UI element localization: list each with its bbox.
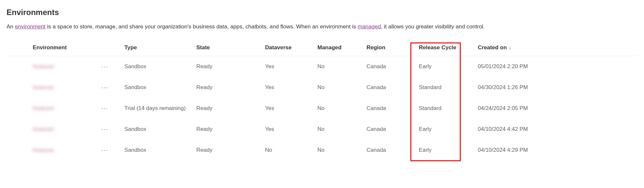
cell-region: Canada: [367, 84, 419, 91]
managed-link[interactable]: managed: [358, 24, 381, 30]
col-header-managed[interactable]: Managed: [317, 44, 367, 51]
cell-release-cycle: Standard: [419, 84, 468, 91]
col-header-state[interactable]: State: [196, 44, 265, 51]
cell-state: Ready: [196, 147, 265, 153]
cell-managed: No: [317, 63, 367, 70]
cell-state: Ready: [196, 84, 265, 91]
cell-created-on: 04/24/2024 2:05 PM: [468, 105, 543, 112]
cell-type: Sandbox: [124, 63, 196, 70]
cell-created-on: 04/30/2024 1:26 PM: [468, 84, 543, 91]
environment-name-redacted: Redacted: [33, 85, 54, 90]
cell-type: Sandbox: [124, 147, 196, 153]
cell-region: Canada: [367, 126, 419, 133]
cell-dataverse: Yes: [265, 63, 317, 70]
cell-created-on: 05/01/2024 2:20 PM: [468, 63, 543, 70]
col-header-created-on[interactable]: Created on↓: [468, 44, 543, 51]
sort-descending-icon: ↓: [509, 45, 511, 50]
col-header-type[interactable]: Type: [124, 44, 196, 51]
cell-dataverse: No: [265, 147, 317, 153]
environment-name-redacted: Redacted: [33, 105, 54, 111]
cell-dataverse: Yes: [265, 105, 317, 112]
environment-name-redacted: Redacted: [33, 147, 54, 153]
desc-middle: is a space to store, manage, and share y…: [45, 24, 358, 30]
cell-release-cycle: Early: [419, 63, 468, 70]
environment-name[interactable]: Redacted: [26, 105, 101, 112]
cell-region: Canada: [367, 105, 419, 112]
table-row[interactable]: Redacted···Trial (14 days remaining)Read…: [7, 98, 637, 119]
cell-release-cycle: Early: [419, 126, 468, 133]
cell-created-on: 04/10/2024 4:42 PM: [468, 126, 543, 133]
cell-managed: No: [317, 105, 367, 112]
cell-release-cycle: Early: [419, 147, 468, 153]
cell-managed: No: [317, 126, 367, 133]
more-actions-icon[interactable]: ···: [101, 105, 124, 112]
cell-dataverse: Yes: [265, 84, 317, 91]
cell-state: Ready: [196, 63, 265, 70]
cell-type: Sandbox: [124, 126, 196, 133]
col-header-dataverse[interactable]: Dataverse: [265, 44, 317, 51]
environment-link[interactable]: environment: [15, 24, 46, 30]
environment-name[interactable]: Redacted: [26, 63, 101, 70]
cell-state: Ready: [196, 126, 265, 133]
more-actions-icon[interactable]: ···: [101, 147, 124, 154]
more-actions-icon[interactable]: ···: [101, 126, 124, 133]
environment-name-redacted: Redacted: [33, 64, 54, 69]
cell-dataverse: Yes: [265, 126, 317, 133]
cell-created-on: 04/10/2024 4:29 PM: [468, 147, 543, 153]
more-actions-icon[interactable]: ···: [101, 84, 124, 91]
col-header-release-cycle[interactable]: Release Cycle: [419, 44, 468, 51]
cell-type: Sandbox: [124, 84, 196, 91]
table-row[interactable]: Redacted···SandboxReadyYesNoCanadaEarly0…: [7, 119, 637, 140]
cell-managed: No: [317, 84, 367, 91]
cell-state: Ready: [196, 105, 265, 112]
environments-table: Environment Type State Dataverse Managed…: [7, 39, 637, 161]
cell-type: Trial (14 days remaining): [124, 105, 196, 112]
environment-name[interactable]: Redacted: [26, 147, 101, 153]
page-description: An environment is a space to store, mana…: [7, 24, 637, 30]
cell-region: Canada: [367, 63, 419, 70]
table-row[interactable]: Redacted···SandboxReadyYesNoCanadaStanda…: [7, 77, 637, 98]
created-on-label: Created on: [478, 44, 507, 51]
table-header-row: Environment Type State Dataverse Managed…: [7, 39, 637, 56]
page-title: Environments: [7, 8, 637, 17]
col-header-region[interactable]: Region: [367, 44, 419, 51]
table-row[interactable]: Redacted···SandboxReadyNoNoCanadaEarly04…: [7, 140, 637, 161]
desc-prefix: An: [7, 24, 15, 30]
col-header-environment[interactable]: Environment: [26, 44, 101, 51]
more-actions-icon[interactable]: ···: [101, 63, 124, 70]
cell-release-cycle: Standard: [419, 105, 468, 112]
environment-name[interactable]: Redacted: [26, 84, 101, 91]
cell-region: Canada: [367, 147, 419, 153]
desc-suffix: , it allows you greater visibility and c…: [381, 24, 485, 30]
cell-managed: No: [317, 147, 367, 153]
environment-name-redacted: Redacted: [33, 126, 54, 132]
environment-name[interactable]: Redacted: [26, 126, 101, 133]
table-row[interactable]: Redacted···SandboxReadyYesNoCanadaEarly0…: [7, 56, 637, 77]
